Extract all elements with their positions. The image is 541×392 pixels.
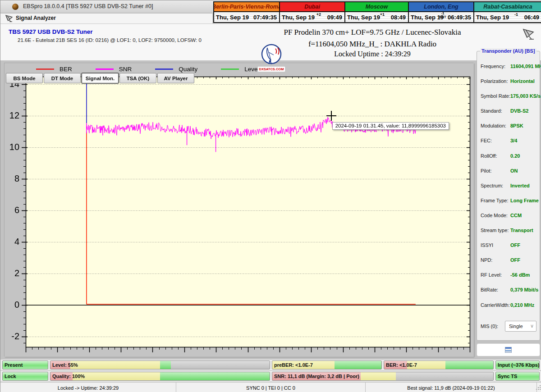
tab-av-player[interactable]: AV Player (157, 73, 194, 83)
transponder-row: FEC:3/4 (477, 134, 540, 149)
mis-dropdown[interactable]: Single ∨ (505, 321, 536, 332)
header-info: TBS 5927 USB DVB-S2 Tuner 21.6E - Eutels… (0, 24, 541, 60)
chart-plot-canvas[interactable] (5, 63, 474, 357)
transponder-value: Long Frame (510, 198, 539, 203)
meter-label: Sync TS (498, 374, 517, 379)
clock-city-label: Moscow (345, 2, 408, 12)
app-window: EBSpro 18.0.0.4 [TBS 5927 USB DVB-S2 Tun… (0, 0, 541, 392)
transponder-row: Code Mode:CCM (477, 209, 540, 223)
window-title: EBSpro 18.0.0.4 [TBS 5927 USB DVB-S2 Tun… (23, 3, 153, 9)
meter-segment-green (445, 361, 493, 369)
status-indicator-sync: Sync TS (495, 372, 540, 381)
transponder-value: 0,210 MHz (510, 302, 534, 308)
legend-item-ber: BER (36, 66, 72, 73)
transponder-groupbox: Transponder (AU) [BS] Frequency:11604,09… (477, 51, 540, 341)
meter-label: Quality: 100% (52, 374, 85, 379)
statusbar-section-2: Best signal: 11,9 dB (2024-09-19 01:22) (366, 383, 537, 392)
crosshair-cursor-h (326, 115, 336, 116)
clock-date: Thu, Sep 19 (347, 14, 380, 21)
signal-meter-snr: SNR: 11,1 dB (Margin: 3,2 dB | Poor) (272, 372, 494, 381)
transponder-label: RF Level: (481, 272, 502, 278)
status-indicator-present: Present (2, 360, 48, 369)
tab-tsa-ok-[interactable]: TSA (OK) (119, 73, 156, 83)
chart-tooltip: 2024-09-19 01.31.45, value: 11,899999618… (332, 122, 449, 130)
transponder-value: OFF (510, 242, 520, 248)
meter-segment-gray (171, 361, 270, 369)
transponder-value: Horizontal (510, 78, 535, 84)
legend-item-level: Level (221, 66, 259, 73)
transponder-row: Frame Type:Long Frame (477, 194, 540, 209)
app-icon (12, 4, 18, 10)
meter-label: BER: <1.0E-7 (386, 362, 417, 368)
legend-swatch-ber (36, 68, 54, 70)
dish-line1: PF Prodelin 370 cm+ LOF=9.75 GHz / Lucen… (253, 28, 492, 37)
meter-segment-yellow (70, 361, 160, 369)
transponder-row: Modulation:8PSK (477, 119, 540, 134)
legend-item-snr: SNR (96, 66, 132, 73)
menu-signal-analyzer[interactable]: Signal Analyzer (16, 15, 56, 21)
clock-city-label: Berlin-Paris-Vienna-Roma (214, 2, 279, 12)
signal-meter-preber: preBER: <1.0E-7 (272, 360, 382, 369)
statusbar-section-1: SYNC 0 | TEI 0 | CC 0 (176, 383, 366, 392)
satellite-dish-icon-right (522, 27, 536, 41)
statusbar-section-0: Locked -> Uptime: 24:39:29 (0, 383, 176, 392)
transponder-label: ISSYI (481, 242, 493, 248)
clock-cell: Berlin-Paris-Vienna-RomaThu, Sep 1907:49… (214, 2, 280, 22)
meter-label: preBER: <1.0E-7 (274, 362, 313, 368)
legend-label: Level (244, 66, 259, 73)
transponder-row: Frequency:11604,091 MHz (477, 59, 540, 74)
transponder-value: Transport (510, 228, 533, 233)
transponder-label: CarrierWidth: (481, 302, 510, 308)
clock-cell: London, EngThu, Sep 19-1DST06:49:35 (409, 2, 474, 22)
transponder-row: Symbol Rate:175,003 KS/s (477, 89, 540, 104)
signal-chart: BERSNRQualityLevel 2024-09-19 01.31.45, … (4, 63, 473, 356)
transponder-label: Stream type: (481, 228, 509, 233)
transponder-label: Spectrum: (481, 183, 503, 188)
tab-dt-mode[interactable]: DT Mode (44, 73, 81, 83)
clock-time: 06:49 (524, 14, 539, 21)
transponder-row: Stream type:Transport (477, 223, 540, 238)
legend-swatch-quality (155, 68, 173, 70)
transponder-row: Polarization:Horizontal (477, 74, 540, 89)
transponder-label: BitRate: (481, 287, 498, 292)
clock-date: Thu, Sep 19 (282, 14, 315, 21)
clock-cell: DubaiThu, Sep 19+209:49 (280, 2, 345, 22)
mode-tabs: BS ModeDT ModeSignal Mon.TSA (OK)AV Play… (6, 73, 194, 83)
status-bars-row2: LockQuality: 100%SNR: 11,1 dB (Margin: 3… (0, 371, 541, 382)
meter-label: Level: 55% (52, 362, 78, 368)
clock-city-label: Rabat-Casablanca (474, 2, 541, 12)
tab-bs-mode[interactable]: BS Mode (6, 73, 43, 83)
locked-uptime: Locked Uptime : 24:39:29 (253, 50, 492, 58)
transponder-row: ISSYIOFF (477, 238, 540, 253)
meter-label: Lock (5, 374, 16, 379)
statusbar: Locked -> Uptime: 24:39:29SYNC 0 | TEI 0… (0, 382, 541, 392)
clock-utc-offset: -1DST (438, 12, 447, 19)
meter-segment-yellow (73, 372, 160, 380)
legend-swatch-level (221, 68, 239, 70)
mis-selected-value: Single (509, 324, 523, 329)
tab-signal-mon-[interactable]: Signal Mon. (82, 73, 119, 83)
clock-time-row: Thu, Sep 19-106:49 (474, 12, 541, 22)
transponder-rows: Frequency:11604,091 MHzPolarization:Hori… (477, 59, 540, 313)
dxsatcs-logo-icon (257, 43, 285, 66)
tuner-title: TBS 5927 USB DVB-S2 Tuner (9, 28, 93, 35)
stream-list-button[interactable] (477, 343, 540, 356)
transponder-value: 175,003 KS/s (510, 93, 541, 99)
meter-segment-yellow (361, 372, 396, 380)
meter-segment-green (160, 372, 270, 380)
status-indicator-input: Input (~376 Kbps) (495, 360, 540, 369)
transponder-row: NPD:OFF (477, 253, 540, 268)
signal-meter-quality: Quality: 100% (50, 372, 270, 381)
clock-utc-offset: +2 (316, 12, 321, 17)
clock-time: 07:49:35 (253, 14, 277, 21)
transponder-value: DVB-S2 (510, 108, 528, 114)
transponder-value: 3/4 (510, 138, 517, 143)
signal-meter-ber: BER: <1.0E-7 (384, 360, 494, 369)
world-clocks: Berlin-Paris-Vienna-RomaThu, Sep 1907:49… (213, 1, 541, 23)
meter-segments (50, 361, 270, 369)
legend-item-quality: Quality (155, 66, 197, 73)
transponder-row: BitRate:0,379 Mbit/s (477, 283, 540, 298)
clock-time-row: Thu, Sep 19-1DST06:49:35 (409, 12, 473, 22)
transponder-row: CarrierWidth:0,210 MHz (477, 298, 540, 313)
transponder-label: Modulation: (481, 123, 506, 128)
